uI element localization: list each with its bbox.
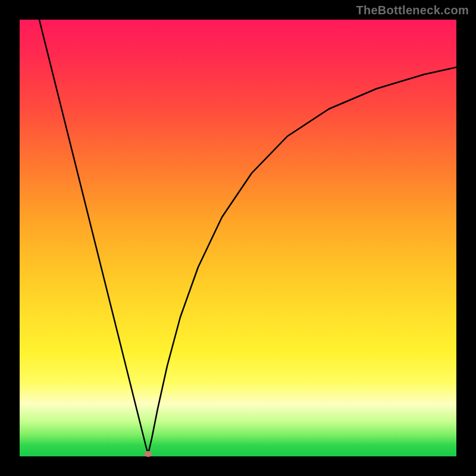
- bottleneck-curve-left: [39, 20, 148, 454]
- cusp-marker: [145, 451, 152, 457]
- plot-area: [20, 20, 456, 456]
- chart-frame: TheBottleneck.com: [0, 0, 476, 476]
- curve-layer: [20, 20, 456, 456]
- attribution-text: TheBottleneck.com: [356, 4, 469, 17]
- bottleneck-curve-right: [148, 67, 456, 454]
